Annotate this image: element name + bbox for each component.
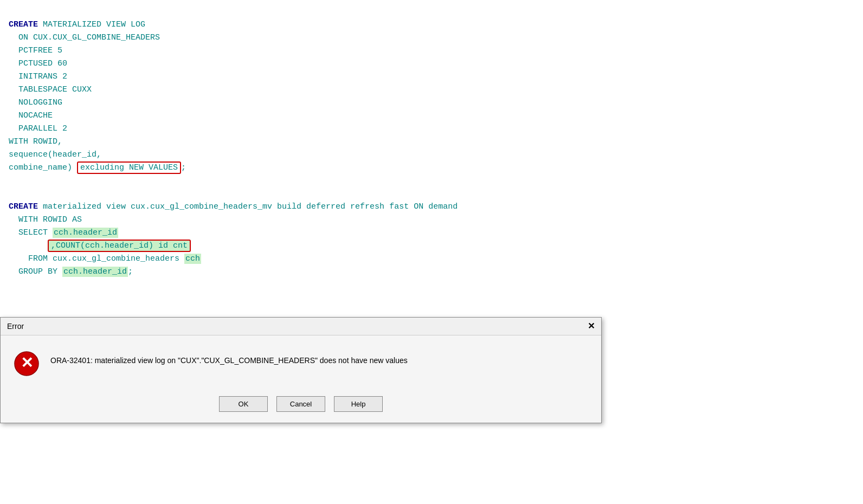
svg-text:✕: ✕ bbox=[21, 354, 33, 371]
dialog-close-button[interactable]: ✕ bbox=[588, 322, 595, 331]
excluding-new-values-highlight: excluding NEW VALUES bbox=[77, 161, 181, 174]
code-line-8: NOCACHE bbox=[9, 111, 53, 120]
code-line-11: sequence(header_id, bbox=[9, 150, 101, 159]
count-highlight: ,COUNT(cch.header_id) id cnt bbox=[48, 240, 191, 252]
code-line-select: SELECT cch.header_id bbox=[9, 228, 118, 238]
code-line-blank bbox=[9, 189, 14, 198]
code-line-2: ON CUX.CUX_GL_COMBINE_HEADERS bbox=[9, 33, 160, 42]
code-line-with: WITH ROWID AS bbox=[9, 215, 82, 224]
code-line-12: combine_name) excluding NEW VALUES; bbox=[9, 161, 186, 174]
code-line-groupby: GROUP BY cch.header_id; bbox=[9, 267, 133, 277]
code-line-1: CREATE MATERIALIZED VIEW LOG bbox=[9, 20, 145, 29]
code-line-9: PARALLEL 2 bbox=[9, 124, 67, 133]
dialog-titlebar: Error ✕ bbox=[1, 318, 601, 335]
code-line-10: WITH ROWID, bbox=[9, 137, 62, 146]
ok-button[interactable]: OK bbox=[219, 396, 268, 412]
code-line-count: ,COUNT(cch.header_id) id cnt bbox=[9, 240, 191, 252]
help-button[interactable]: Help bbox=[334, 396, 383, 412]
code-line-6: TABLESPACE CUXX bbox=[9, 85, 92, 94]
code-line-5: INITRANS 2 bbox=[9, 72, 67, 81]
error-dialog: Error ✕ ✕ ORA-32401: materialized view l… bbox=[0, 317, 602, 423]
dialog-body: ✕ ORA-32401: materialized view log on "C… bbox=[1, 335, 601, 387]
code-line-4: PCTUSED 60 bbox=[9, 59, 67, 68]
code-line-from: FROM cux.cux_gl_combine_headers cch bbox=[9, 254, 201, 264]
error-icon: ✕ bbox=[14, 351, 40, 377]
dialog-buttons: OK Cancel Help bbox=[1, 387, 601, 423]
error-message-text: ORA-32401: materialized view log on "CUX… bbox=[50, 351, 408, 366]
cancel-button[interactable]: Cancel bbox=[276, 396, 325, 412]
code-line-mv: CREATE materialized view cux.cux_gl_comb… bbox=[9, 202, 458, 211]
code-editor: CREATE MATERIALIZED VIEW LOG ON CUX.CUX_… bbox=[0, 0, 863, 504]
code-line-7: NOLOGGING bbox=[9, 98, 62, 107]
code-line-3: PCTFREE 5 bbox=[9, 46, 62, 55]
dialog-title: Error bbox=[7, 322, 24, 331]
